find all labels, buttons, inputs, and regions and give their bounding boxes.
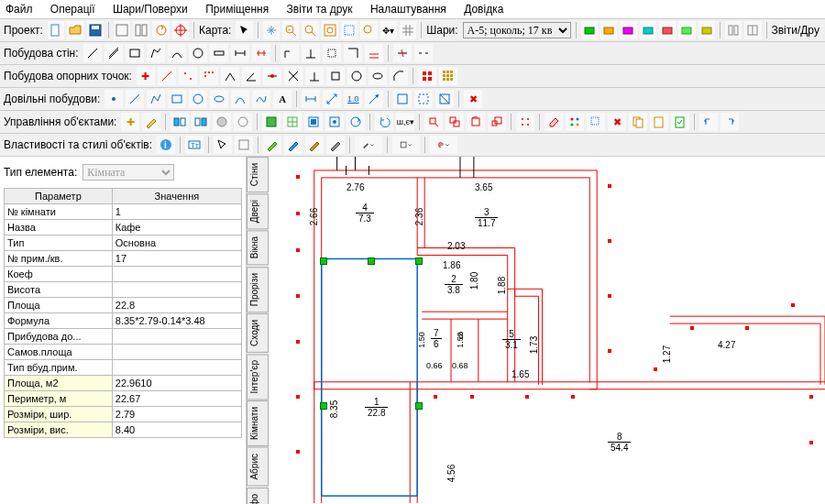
pt-ell-icon[interactable] xyxy=(368,67,387,85)
prop-row[interactable]: НазваКафе xyxy=(5,220,242,236)
p-pen3-icon[interactable] xyxy=(305,136,324,154)
o-u2-icon[interactable] xyxy=(699,113,718,131)
layer2-icon[interactable] xyxy=(600,21,617,39)
open-icon[interactable] xyxy=(67,21,83,39)
pt-g9-icon[interactable] xyxy=(439,67,457,85)
f-rect-icon[interactable] xyxy=(168,90,186,108)
o-ref-icon[interactable] xyxy=(346,113,365,131)
layers-select[interactable]: А-5; цоколь; 17 кв xyxy=(463,22,571,38)
o-g1-icon[interactable] xyxy=(262,113,280,131)
o-s1-icon[interactable] xyxy=(516,113,534,131)
prop-row[interactable]: № прим./кв.17 xyxy=(5,251,242,267)
o-undo-icon[interactable] xyxy=(375,113,393,131)
vtab-Прорізи[interactable]: Прорізи xyxy=(247,267,269,312)
wall-dim1-icon[interactable] xyxy=(231,44,249,62)
zoomin-icon[interactable]: + xyxy=(282,21,299,39)
p-pen1-icon[interactable] xyxy=(263,136,281,154)
layer5-icon[interactable] xyxy=(659,21,676,39)
handle[interactable] xyxy=(368,257,375,265)
vtab-Інтер'єр[interactable]: Інтер'єр xyxy=(247,354,269,400)
wall-arc-icon[interactable] xyxy=(168,44,186,62)
handle[interactable] xyxy=(415,402,423,410)
prop-row[interactable]: Розміри, шир.2.79 xyxy=(5,407,242,422)
pt-peak-icon[interactable] xyxy=(221,67,239,85)
wall-dim2-icon[interactable] xyxy=(252,44,270,62)
wall-circle-icon[interactable] xyxy=(189,44,207,62)
o-cp2-icon[interactable] xyxy=(629,113,647,131)
prop-row[interactable]: Прибудова до... xyxy=(5,329,242,345)
o-x-icon[interactable]: ✖ xyxy=(608,113,626,131)
prop-row[interactable]: Розміри, вис.8.40 xyxy=(5,422,242,438)
layer4-icon[interactable] xyxy=(640,21,656,39)
zoomwin-icon[interactable] xyxy=(341,21,358,39)
p-sty-icon[interactable] xyxy=(235,136,253,154)
o-r2-icon[interactable] xyxy=(720,113,739,131)
f-circ-icon[interactable] xyxy=(189,90,207,108)
f-spl-icon[interactable] xyxy=(252,90,270,108)
pt-mid-icon[interactable] xyxy=(263,67,281,85)
pt-grid-icon[interactable] xyxy=(200,67,218,85)
pt-perp-icon[interactable] xyxy=(305,67,324,85)
prop-row[interactable]: Коеф xyxy=(5,267,242,282)
pt-cross-icon[interactable]: ✚ xyxy=(137,67,155,85)
pt-dots-icon[interactable] xyxy=(179,67,197,85)
menu-ops[interactable]: Операції xyxy=(50,3,95,16)
pt-circ-icon[interactable] xyxy=(347,67,366,85)
wall-line-icon[interactable] xyxy=(83,44,102,62)
pt-rect-icon[interactable] xyxy=(326,67,345,85)
prop-row[interactable]: Периметр, м22.67 xyxy=(5,391,242,407)
zoomfit-icon[interactable] xyxy=(322,21,338,39)
window2-icon[interactable] xyxy=(133,21,149,39)
o-mv-icon[interactable] xyxy=(424,113,443,131)
o-w2-icon[interactable] xyxy=(192,113,210,131)
prop-row[interactable]: Тип вбуд.прим. xyxy=(5,360,242,376)
f-del-icon[interactable]: ✖ xyxy=(464,90,482,108)
wall-ext5-icon[interactable] xyxy=(365,44,383,62)
menu-help[interactable]: Довідка xyxy=(464,3,503,16)
o-edit-icon[interactable] xyxy=(142,113,160,131)
wall-cut-icon[interactable] xyxy=(393,44,412,62)
pt-line-icon[interactable] xyxy=(158,67,176,85)
save-icon[interactable] xyxy=(87,21,104,39)
o-g2-icon[interactable] xyxy=(283,113,302,131)
vtab-Кімнати[interactable]: Кімнати xyxy=(247,400,269,446)
layer7-icon[interactable] xyxy=(698,21,715,39)
f-dot-icon[interactable] xyxy=(104,90,123,108)
menu-rooms[interactable]: Приміщення xyxy=(205,3,269,16)
handle[interactable] xyxy=(415,257,423,265)
pt-g4-icon[interactable] xyxy=(418,67,436,85)
wall-rect-icon[interactable] xyxy=(126,44,144,62)
prop-row[interactable]: Висота xyxy=(5,282,242,298)
zoomout-icon[interactable] xyxy=(302,21,318,39)
f-sq2-icon[interactable] xyxy=(414,90,433,108)
wall-off-icon[interactable] xyxy=(210,44,228,62)
f-dim1-icon[interactable] xyxy=(302,90,320,108)
o-er-icon[interactable] xyxy=(544,113,563,131)
move-icon[interactable]: ✥▾ xyxy=(380,21,397,39)
o-rot-icon[interactable] xyxy=(467,113,485,131)
f-line-icon[interactable] xyxy=(126,90,144,108)
menu-layers[interactable]: Шари/Поверхи xyxy=(113,3,188,16)
window1-icon[interactable] xyxy=(114,21,130,39)
wall-ext4-icon[interactable] xyxy=(344,44,362,62)
book2-icon[interactable] xyxy=(744,21,761,39)
p-pal-icon[interactable] xyxy=(430,136,457,154)
vtab-Сходи[interactable]: Сходи xyxy=(247,313,269,353)
o-ps-icon[interactable] xyxy=(650,113,668,131)
menu-file[interactable]: Файл xyxy=(6,3,33,16)
wall-break-icon[interactable] xyxy=(414,44,433,62)
prop-row[interactable]: № кімнати1 xyxy=(5,204,242,220)
p-pen5-icon[interactable] xyxy=(355,136,382,154)
o-ch-icon[interactable] xyxy=(671,113,689,131)
pan-icon[interactable] xyxy=(263,21,280,39)
wall-ext1-icon[interactable] xyxy=(280,44,299,62)
vtab-Двері[interactable]: Двері xyxy=(247,193,269,229)
p-pen2-icon[interactable] xyxy=(284,136,302,154)
prop-row[interactable]: ТипОсновна xyxy=(5,236,242,251)
p-pick-icon[interactable] xyxy=(214,136,232,154)
wall-dline-icon[interactable] xyxy=(104,44,123,62)
pt-ang-icon[interactable] xyxy=(242,67,260,85)
f-dim3-icon[interactable]: 1.0 xyxy=(344,90,362,108)
o-c1-icon[interactable] xyxy=(213,113,231,131)
handle[interactable] xyxy=(320,402,327,410)
